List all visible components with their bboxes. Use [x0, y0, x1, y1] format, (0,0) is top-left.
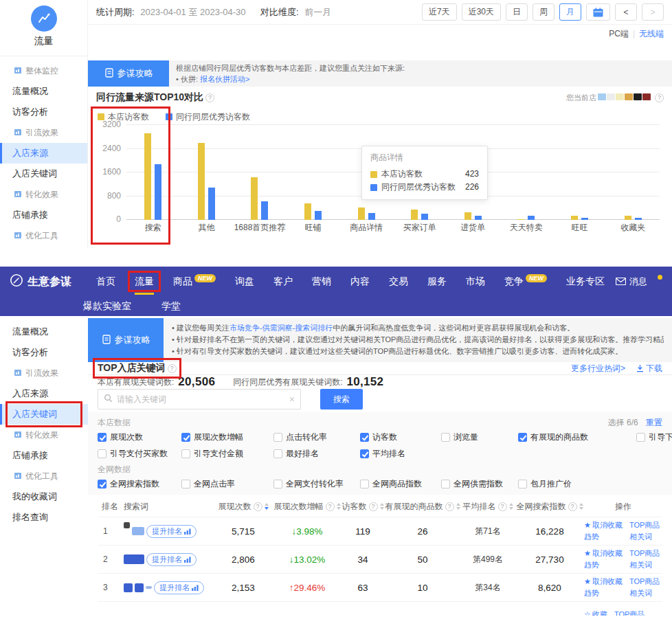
keyword-search-input[interactable]: 请输入关键词 × [98, 389, 301, 410]
sidebar-item[interactable]: 访客分析 [0, 342, 88, 363]
filter-checkbox[interactable]: 最好排名 [273, 448, 360, 460]
help-icon[interactable]: ? [205, 93, 214, 102]
sidebar-item[interactable]: 转化效果 [0, 184, 87, 205]
sidebar-item[interactable]: 引流效果 [0, 122, 87, 143]
filter-checkbox[interactable]: 引导支付金额 [181, 448, 273, 460]
favorite-toggle[interactable]: ★取消收藏 [584, 520, 623, 530]
sidebar-item[interactable]: 引流效果 [0, 363, 88, 383]
column-header[interactable]: 平均排名? [460, 501, 515, 513]
related-words-link[interactable]: 相关词 [629, 560, 660, 570]
column-header[interactable]: 有展现的商品数? [385, 501, 460, 513]
bar[interactable] [251, 177, 258, 220]
trend-link[interactable]: 趋势 [584, 560, 623, 570]
filter-checkbox[interactable]: 全网商品指数 [360, 478, 441, 490]
bar[interactable] [581, 218, 588, 220]
calendar-button[interactable] [586, 3, 610, 21]
sort-control[interactable] [579, 503, 583, 510]
boost-rank-button[interactable]: 提升排名 [146, 553, 197, 566]
sidebar-item[interactable]: 我的收藏词 [0, 486, 88, 507]
top-products-link[interactable]: TOP商品 [629, 548, 660, 559]
date-range-button[interactable]: 近7天 [422, 3, 457, 21]
nav-item[interactable]: 商品NEW [173, 276, 216, 288]
bar[interactable] [411, 210, 418, 220]
bar[interactable] [261, 201, 268, 220]
filter-checkbox[interactable]: 全网支付转化率 [273, 478, 360, 490]
sidebar-item[interactable]: 店铺承接 [0, 445, 88, 466]
sidebar-item[interactable]: 访客分析 [0, 102, 87, 122]
prev-period-button[interactable]: < [615, 3, 637, 21]
nav-item-active[interactable]: 流量 [135, 276, 154, 288]
nav-item[interactable]: 询盘 [235, 276, 254, 288]
filter-checkbox[interactable]: 有展现的商品数 [518, 431, 636, 443]
column-header[interactable]: 全网搜索指数? [515, 501, 584, 513]
download-link[interactable]: 下载 [636, 363, 662, 374]
sidebar-item[interactable]: 整体监控 [0, 60, 87, 81]
sidebar-item[interactable]: 排名查询 [0, 507, 88, 528]
boost-rank-button[interactable]: 提升排名 [146, 525, 197, 538]
signup-activity-link[interactable]: 报名伙拼活动> [200, 75, 249, 83]
sidebar-item[interactable]: 优化工具 [0, 466, 88, 486]
filter-checkbox[interactable]: 全网点击率 [181, 478, 273, 490]
clear-icon[interactable]: × [289, 394, 295, 405]
date-range-button[interactable]: 日 [506, 3, 528, 21]
top-products-link[interactable]: TOP商品 [629, 520, 660, 530]
nav-item[interactable]: 爆款实验室 [83, 300, 131, 313]
nav-item[interactable]: 交易 [389, 276, 408, 288]
sidebar-item[interactable]: 入店关键词 [0, 164, 87, 184]
filter-checkbox[interactable]: 展现次数增幅 [181, 431, 273, 443]
column-header[interactable]: 访客数? [341, 501, 385, 513]
column-header[interactable]: 展现次数增幅? [273, 501, 341, 513]
bar[interactable] [528, 216, 535, 220]
filter-checkbox[interactable]: 引导下单买家数 [636, 431, 672, 443]
sidebar-item[interactable]: 转化效果 [0, 425, 88, 445]
date-range-button[interactable]: 月 [559, 3, 581, 21]
boost-rank-button[interactable]: 提升排名 [154, 581, 204, 594]
bar[interactable] [315, 211, 322, 220]
nav-item[interactable]: 市场 [466, 276, 485, 288]
bar[interactable] [198, 143, 205, 220]
bar[interactable] [421, 214, 428, 220]
related-words-link[interactable]: 相关词 [629, 588, 660, 598]
bar[interactable] [208, 188, 215, 220]
filter-checkbox[interactable]: 平均排名 [360, 448, 441, 460]
bar[interactable] [517, 219, 524, 220]
top-products-link[interactable]: TOP商品 [629, 576, 660, 587]
bar[interactable] [571, 216, 578, 220]
messages-button[interactable]: 消息 [616, 276, 647, 288]
sort-control[interactable] [509, 503, 513, 510]
nav-item[interactable]: 竞争NEW [504, 276, 547, 288]
bar[interactable] [155, 164, 161, 220]
sort-control[interactable] [456, 503, 460, 510]
search-button[interactable]: 搜索 [320, 389, 363, 410]
filter-checkbox[interactable]: 包月推广价 [518, 478, 636, 490]
next-period-button[interactable]: > [642, 3, 664, 21]
sidebar-item[interactable]: 流量概况 [0, 322, 88, 342]
help-icon[interactable]: ? [168, 364, 177, 373]
nav-item[interactable]: 业务专区 [566, 276, 605, 288]
bar[interactable] [464, 212, 471, 220]
favorite-toggle[interactable]: ☆收藏 [584, 609, 607, 616]
advice-link[interactable]: 市场竞争-供需洞察-搜索词排行 [229, 324, 333, 332]
filter-checkbox[interactable]: 全网搜索指数 [98, 478, 181, 490]
device-tab-wireless[interactable]: 无线端 [639, 28, 664, 40]
filter-checkbox[interactable]: 引导支付买家数 [98, 448, 181, 460]
trend-link[interactable]: 趋势 [584, 588, 623, 598]
app-logo[interactable]: 生意参谋 [10, 273, 71, 290]
nav-item[interactable]: 学堂 [161, 300, 181, 313]
sidebar-item[interactable]: 流量概况 [0, 81, 87, 102]
more-industry-words-link[interactable]: 更多行业热词> [571, 363, 625, 374]
filter-checkbox[interactable]: 点击转化率 [273, 431, 360, 443]
device-tab-pc[interactable]: PC端 [609, 28, 629, 40]
filter-checkbox[interactable]: 浏览量 [441, 431, 518, 443]
bar[interactable] [304, 203, 311, 220]
favorite-toggle[interactable]: ★取消收藏 [584, 548, 623, 559]
nav-item[interactable]: 客户 [273, 276, 293, 288]
top-products-link[interactable]: TOP商品 [614, 609, 645, 616]
bar[interactable] [368, 213, 375, 220]
bar[interactable] [625, 216, 631, 220]
bar[interactable] [475, 216, 482, 220]
column-header[interactable]: 展现次数? [213, 501, 273, 513]
bar[interactable] [144, 133, 151, 220]
sidebar-item[interactable]: 店铺承接 [0, 205, 87, 225]
filter-checkbox[interactable]: 访客数 [360, 431, 441, 443]
